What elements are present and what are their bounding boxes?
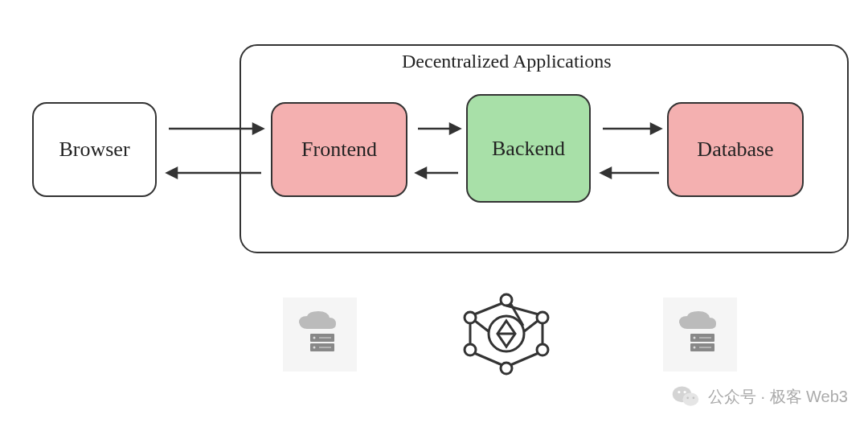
- svg-point-38: [694, 337, 696, 339]
- svg-marker-9: [651, 124, 661, 133]
- svg-point-45: [683, 391, 686, 393]
- arrow-backend-to-database: [599, 121, 663, 137]
- svg-point-44: [678, 391, 680, 393]
- arrow-frontend-to-browser: [165, 165, 265, 181]
- svg-point-46: [686, 396, 689, 399]
- frontend-node: Frontend: [271, 102, 407, 197]
- wechat-icon: [671, 382, 700, 411]
- arrow-backend-to-frontend: [414, 165, 462, 181]
- database-label: Database: [697, 138, 773, 162]
- dapp-title: Decentralized Applications: [402, 51, 612, 72]
- svg-point-47: [692, 396, 694, 399]
- arrow-frontend-to-backend: [414, 121, 462, 137]
- browser-node: Browser: [32, 102, 157, 197]
- blockchain-network-icon: [458, 289, 555, 378]
- svg-line-29: [474, 303, 502, 314]
- watermark: 公众号 · 极客 Web3: [671, 382, 848, 411]
- svg-line-32: [475, 321, 489, 332]
- browser-label: Browser: [59, 138, 129, 162]
- database-node: Database: [667, 102, 804, 197]
- frontend-label: Frontend: [301, 138, 377, 162]
- svg-marker-1: [253, 124, 263, 133]
- svg-line-27: [474, 353, 502, 365]
- svg-marker-5: [450, 124, 460, 133]
- backend-node: Backend: [466, 94, 591, 203]
- cloud-server-icon: [663, 298, 737, 372]
- svg-point-15: [313, 347, 316, 349]
- svg-line-26: [510, 353, 538, 365]
- svg-point-14: [313, 337, 316, 339]
- svg-marker-11: [601, 168, 611, 178]
- svg-point-43: [682, 393, 698, 406]
- svg-line-31: [523, 321, 538, 332]
- cloud-server-icon: [283, 298, 357, 372]
- svg-marker-3: [167, 168, 177, 178]
- watermark-text: 公众号 · 极客 Web3: [708, 386, 848, 408]
- arrow-browser-to-frontend: [165, 121, 265, 137]
- backend-label: Backend: [492, 137, 565, 161]
- svg-point-39: [694, 347, 696, 349]
- svg-marker-7: [416, 168, 426, 178]
- arrow-database-to-backend: [599, 165, 663, 181]
